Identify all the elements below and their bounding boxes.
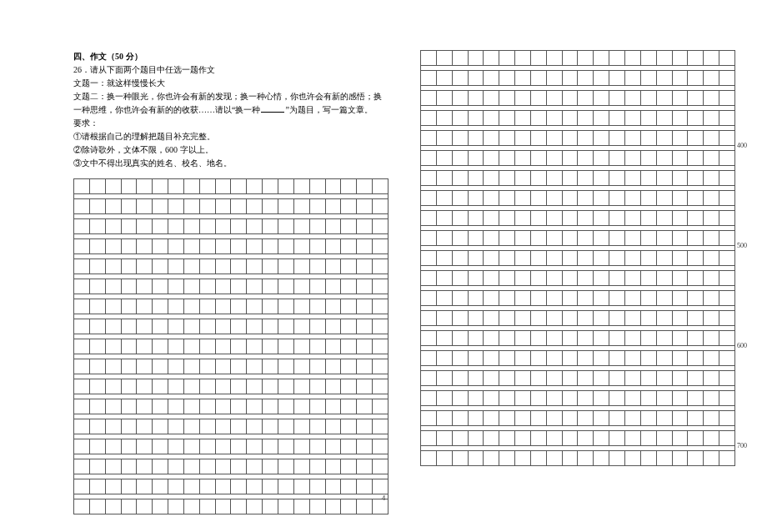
grid-cell	[293, 279, 309, 294]
grid-cell	[357, 399, 373, 414]
grid-cell	[640, 271, 656, 286]
grid-cell	[373, 359, 389, 374]
grid-cell	[137, 479, 153, 494]
grid-cell	[231, 439, 247, 454]
grid-cell	[293, 359, 309, 374]
grid-cell	[121, 439, 137, 454]
grid-cell	[719, 451, 735, 466]
grid-cell	[309, 479, 325, 494]
grid-cell	[578, 451, 594, 466]
grid-cell	[263, 459, 278, 474]
grid-cell	[515, 131, 531, 146]
grid-cell	[672, 431, 688, 446]
grid-cell	[168, 499, 184, 514]
grid-cell	[672, 171, 688, 186]
grid-cell	[231, 219, 247, 234]
grid-cell	[719, 91, 735, 106]
grid-cell	[168, 419, 184, 434]
grid-cell	[436, 411, 452, 426]
grid-cell	[640, 171, 656, 186]
grid-cell	[546, 191, 562, 206]
grid-cell	[452, 311, 468, 326]
grid-cell	[121, 199, 137, 214]
grid-cell	[468, 331, 484, 346]
grid-cell	[515, 111, 531, 126]
grid-cell	[468, 171, 484, 186]
grid-cell	[578, 71, 594, 86]
grid-cell	[609, 311, 625, 326]
grid-cell	[199, 479, 215, 494]
grid-cell	[594, 191, 609, 206]
grid-cell	[688, 291, 704, 306]
grid-cell	[624, 331, 640, 346]
grid-cell	[121, 219, 137, 234]
grid-cell	[278, 299, 293, 314]
grid-cell	[357, 219, 373, 234]
grid-cell	[309, 279, 325, 294]
grid-cell	[263, 319, 278, 334]
grid-cell	[468, 411, 484, 426]
grid-cell	[484, 211, 499, 226]
grid-cell	[325, 399, 341, 414]
grid-cell	[672, 271, 688, 286]
grid-cell	[105, 199, 121, 214]
grid-cell	[656, 71, 672, 86]
grid-cell	[530, 271, 546, 286]
grid-cell	[499, 371, 515, 386]
grid-cell	[183, 319, 199, 334]
grid-cell	[215, 239, 231, 254]
grid-cell	[183, 479, 199, 494]
grid-cell	[562, 251, 578, 266]
grid-cell	[578, 91, 594, 106]
grid-cell	[168, 359, 184, 374]
grid-cell	[609, 91, 625, 106]
grid-cell	[341, 419, 357, 434]
grid-cell	[578, 311, 594, 326]
grid-cell	[672, 451, 688, 466]
grid-cell	[74, 239, 90, 254]
grid-cell	[263, 499, 278, 514]
grid-cell	[357, 459, 373, 474]
grid-cell	[594, 51, 609, 66]
grid-cell	[278, 459, 293, 474]
grid-cell	[153, 219, 168, 234]
grid-cell	[373, 199, 389, 214]
page-number: 4	[382, 494, 386, 502]
grid-cell	[594, 211, 609, 226]
grid-cell	[247, 399, 263, 414]
grid-cell	[719, 351, 735, 366]
grid-cell	[484, 131, 499, 146]
grid-cell	[562, 211, 578, 226]
grid-cell	[153, 339, 168, 354]
grid-cell	[672, 71, 688, 86]
grid-cell	[421, 331, 437, 346]
grid-cell	[672, 131, 688, 146]
grid-cell	[484, 151, 499, 166]
grid-cell	[562, 271, 578, 286]
grid-cell	[421, 91, 437, 106]
grid-cell	[594, 131, 609, 146]
grid-cell	[594, 351, 609, 366]
grid-cell	[578, 51, 594, 66]
grid-cell	[546, 371, 562, 386]
grid-cell	[484, 91, 499, 106]
grid-cell	[293, 459, 309, 474]
grid-cell	[105, 439, 121, 454]
grid-cell	[436, 191, 452, 206]
grid-cell	[89, 339, 105, 354]
grid-cell	[215, 479, 231, 494]
grid-cell	[153, 439, 168, 454]
grid-cell	[704, 171, 719, 186]
grid-cell	[421, 51, 437, 66]
grid-cell	[278, 399, 293, 414]
grid-cell	[105, 179, 121, 194]
grid-cell	[309, 399, 325, 414]
grid-cell	[168, 459, 184, 474]
grid-cell	[578, 251, 594, 266]
instructions-block: 四、作文（50 分） 26．请从下面两个题目中任选一题作文 文题一：就这样慢慢长…	[73, 50, 389, 170]
grid-cell	[263, 299, 278, 314]
grid-cell	[624, 111, 640, 126]
grid-cell	[153, 239, 168, 254]
grid-cell	[263, 279, 278, 294]
grid-cell	[640, 391, 656, 406]
